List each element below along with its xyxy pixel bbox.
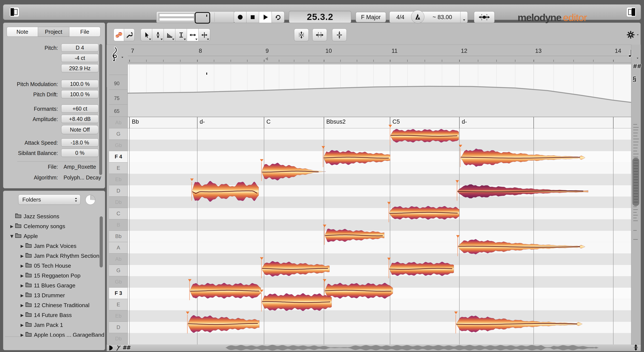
loop-button[interactable] [272,12,284,23]
note-blob[interactable] [323,279,393,300]
tempo-dropdown[interactable] [460,12,468,23]
note-blob[interactable] [454,312,582,334]
play-button[interactable] [259,12,272,23]
note-start-marker[interactable] [188,279,192,282]
inspector-scrollbar[interactable] [99,44,102,175]
pitch-row-label-a[interactable]: A [109,242,128,254]
tab-project[interactable]: Project [38,27,69,37]
folder-item[interactable]: ▶15 Reggaeton Pop [3,271,113,280]
pitch-row-label-g[interactable]: G [109,265,128,276]
pitch-row-label-b[interactable]: B [109,219,128,231]
note-blob[interactable] [323,225,384,245]
pitch-tool-button[interactable] [152,28,164,41]
vertical-zoom-icon[interactable] [632,344,639,352]
note-start-marker[interactable] [322,146,325,149]
note-start-marker[interactable] [388,125,392,128]
disclosure-collapsed-icon[interactable]: ▶ [19,273,25,278]
folder-item[interactable]: ▶Jam Pack Voices [3,241,113,251]
disk-usage-icon[interactable] [86,195,95,205]
timeline-overview-waveform[interactable] [128,344,631,351]
pointer-tool-button[interactable] [140,28,152,41]
disclosure-collapsed-icon[interactable]: ▶ [19,283,25,288]
pitch-row-label-bb[interactable]: Bb [109,231,128,242]
disclosure-collapsed-icon[interactable]: ▶ [19,322,25,327]
pitch-row-label-e[interactable]: E [109,299,128,310]
inspector-field-292-9-hz[interactable]: 292.9 Hz [61,64,98,72]
quantize-time-macro-button[interactable] [312,28,327,41]
note-blob-selected[interactable] [456,180,588,201]
pitch-row-label-ab[interactable]: Ab [109,254,128,265]
note-start-marker[interactable] [323,279,326,282]
note-start-marker[interactable] [387,258,391,260]
record-button[interactable] [234,12,246,23]
note-blob[interactable] [322,146,390,167]
key-signature-button[interactable]: F Major [356,12,386,22]
folder-item[interactable]: ▶Apple Loops ... GarageBand [3,330,113,340]
clef-icon[interactable] [110,46,120,63]
folder-item[interactable]: ▶Jam Pack Rhythm Section [3,251,113,261]
inspector-field-pitch-drift-[interactable]: 100.0 % [61,90,98,98]
pitch-row-label-eb[interactable]: Eb [109,174,128,185]
blob-display-mode-icon[interactable] [108,345,114,352]
folder-item[interactable]: ▶05 Tech House [3,261,113,271]
inspector-field-formants-[interactable]: +60 ct [61,104,98,113]
pitch-row-label-eb[interactable]: Eb [109,310,128,322]
pitch-row-label-f4[interactable]: F 4 [109,151,128,162]
correct-pitch-macro-button[interactable] [294,28,309,41]
note-start-marker[interactable] [456,180,459,183]
scrub-handle[interactable] [195,12,210,24]
stop-button[interactable] [246,12,259,23]
note-start-marker[interactable] [260,159,264,162]
toggle-right-panel-button[interactable] [626,7,636,17]
pitch-row-label-f3[interactable]: F 3 [109,288,128,299]
note-blob[interactable] [459,145,585,167]
time-signature[interactable]: 4/4 [390,14,411,20]
note-start-marker[interactable] [387,202,391,204]
disclosure-collapsed-icon[interactable]: ▶ [19,254,25,258]
pitch-row-label-gb[interactable]: Gb [109,140,128,151]
note-blob[interactable] [190,178,259,202]
note-start-marker[interactable] [454,312,458,314]
tempo-curve[interactable] [128,64,631,116]
metronome-button[interactable] [411,10,424,24]
note-assignment-tool-button[interactable] [124,28,134,41]
pitch-modulation-tool-button[interactable] [164,28,176,41]
disclosure-collapsed-icon[interactable]: ▶ [19,293,25,298]
pitch-row-label-g[interactable]: G [109,128,128,140]
inspector-field-pitch-[interactable]: D 4 [61,44,98,52]
inspector-field-amplitude-[interactable]: +8.40 dB [61,115,98,123]
inspector-field--4-ct[interactable]: -4 ct [61,54,98,62]
inspector-field-pitch-modulation-[interactable]: 100.0 % [61,80,98,88]
tempo-value[interactable]: ~ 83.00 [424,14,460,20]
note-assignment-button[interactable] [474,12,494,23]
pitch-row-label-e[interactable]: E [109,162,128,174]
folder-item[interactable]: ▶14 Future Bass [3,310,113,320]
folder-item[interactable]: ▶12 Chinese Traditional [3,300,113,310]
folder-item[interactable]: Jazz Sessions [3,212,103,221]
note-blob[interactable] [387,258,454,278]
pitch-row-label-d[interactable]: D [109,185,128,196]
pitch-row-label-db[interactable]: Db [109,333,128,344]
disclosure-collapsed-icon[interactable]: ▶ [19,313,25,318]
level-macro-button[interactable] [332,28,347,41]
disclosure-expanded-icon[interactable]: ▼ [8,234,15,238]
browser-filter-select[interactable]: Folders [18,194,80,205]
inspector-field-note-off[interactable]: Note Off [61,125,98,134]
note-start-marker[interactable] [260,257,264,260]
pitch-drift-tool-button[interactable] [176,28,187,41]
folder-item[interactable]: ▶11 Blues Garage [3,280,113,290]
clef-dropdown-icon[interactable] [122,57,123,58]
scrub-slider[interactable] [156,12,234,23]
folder-item[interactable]: ▶13 Drummer [3,290,113,300]
folder-item[interactable]: ▼Apple [3,231,103,241]
note-blob[interactable] [387,202,459,222]
ruler-marker[interactable] [265,57,268,60]
note-start-marker[interactable] [459,145,462,148]
note-blob[interactable] [188,279,261,300]
folder-item[interactable]: ▶Celemony songs [3,221,103,231]
time-grid-note-icon[interactable]: ♩ [628,48,632,59]
timing-tool-button[interactable] [187,28,198,41]
tab-note[interactable]: Note [7,27,38,37]
note-blob[interactable] [186,312,259,334]
scale-snap-icon[interactable]: § [632,75,636,83]
